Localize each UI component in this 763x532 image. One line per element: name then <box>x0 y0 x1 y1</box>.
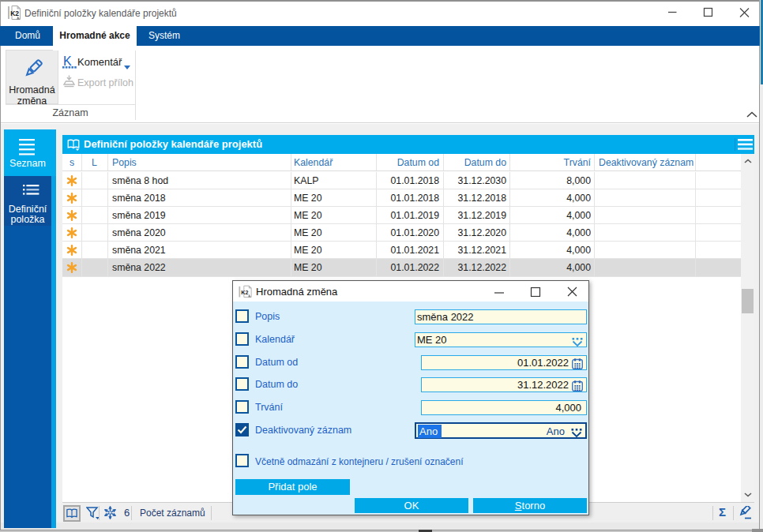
svg-text:K2: K2 <box>10 9 19 17</box>
